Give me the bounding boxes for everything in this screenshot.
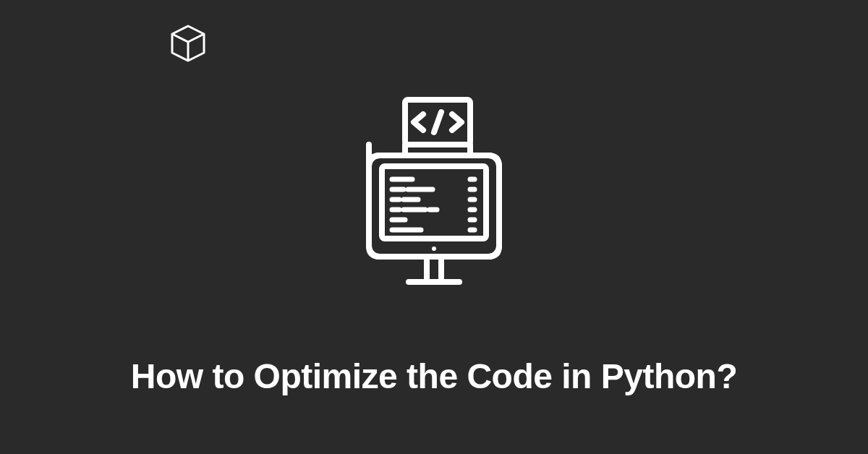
logo-cube-icon: [166, 22, 210, 68]
computer-code-illustration-icon: [340, 94, 528, 299]
svg-point-19: [432, 247, 436, 251]
page-title: How to Optimize the Code in Python?: [0, 356, 868, 396]
